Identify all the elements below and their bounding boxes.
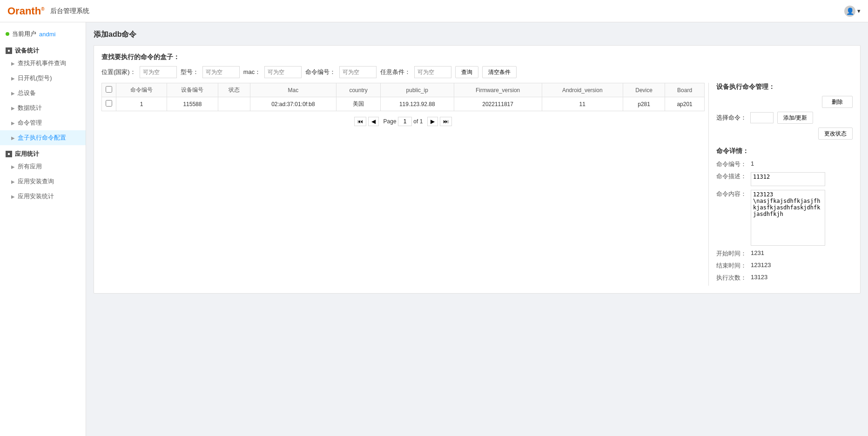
table-area: 命令编号 设备编号 状态 Mac country public_ip Firmw… — [101, 83, 705, 286]
clear-button[interactable]: 清空条件 — [482, 66, 517, 78]
select-cmd-row: 选择命令： 添加/更新 — [716, 112, 853, 124]
next-page-button[interactable]: ▶ — [427, 117, 438, 126]
change-status-button[interactable]: 更改状态 — [818, 127, 853, 140]
first-page-button[interactable]: ⏮ — [354, 117, 366, 126]
model-input[interactable] — [202, 66, 240, 78]
detail-cmd-num-row: 命令编号： 1 — [716, 160, 853, 168]
detail-end-time-row: 结束时间： 123123 — [716, 262, 853, 270]
delete-button[interactable]: 删除 — [822, 96, 853, 108]
row-country: 美国 — [336, 97, 381, 111]
logo: Oranth® — [7, 5, 45, 17]
main-content: 添加adb命令 查找要执行的命令的盒子： 位置(国家)： 型号： mac： 命令… — [86, 22, 868, 436]
col-header-device-num: 设备编号 — [167, 83, 218, 97]
right-panel-title: 设备执行命令管理： — [716, 83, 853, 91]
search-button[interactable]: 查询 — [455, 66, 478, 78]
page-info: Page of 1 — [384, 117, 423, 126]
current-user-row: 当前用户 andmi — [0, 26, 86, 42]
detail-end-time-label: 结束时间： — [716, 262, 749, 270]
arrow-icon: ▶ — [11, 106, 15, 111]
username: andmi — [39, 31, 55, 38]
sidebar-item-cmd-mgmt[interactable]: ▶ 命令管理 — [0, 115, 86, 130]
arrow-icon: ▶ — [11, 135, 15, 141]
arrow-icon: ▶ — [11, 164, 15, 169]
sidebar-item-all-apps[interactable]: ▶ 所有应用 — [0, 159, 86, 174]
main-body: 命令编号 设备编号 状态 Mac country public_ip Firmw… — [101, 83, 853, 286]
arrow-icon: ▶ — [11, 91, 15, 96]
row-device-num: 115588 — [167, 97, 218, 111]
delete-action-row: 删除 — [716, 96, 853, 108]
detail-cmd-content-textarea[interactable]: 123123 \nasjfkajsdhfkjasjfhkjasfkjasdhfa… — [751, 190, 825, 246]
sys-title: 后台管理系统 — [50, 7, 89, 15]
row-checkbox-cell — [102, 97, 116, 111]
col-header-checkbox — [102, 83, 116, 97]
sidebar-item-daily-model[interactable]: ▶ 日开机(型号) — [0, 71, 86, 86]
detail-exec-count-row: 执行次数： 13123 — [716, 274, 853, 282]
row-status — [218, 97, 250, 111]
add-update-button[interactable]: 添加/更新 — [777, 112, 813, 124]
sidebar-item-total-devices[interactable]: ▶ 总设备 — [0, 86, 86, 101]
row-checkbox[interactable] — [106, 100, 112, 107]
location-label: 位置(国家)： — [101, 68, 136, 76]
sidebar-item-box-cmd-config[interactable]: ▶ 盒子执行命令配置 — [0, 130, 86, 145]
row-board: ap201 — [665, 97, 705, 111]
select-all-checkbox[interactable] — [106, 86, 112, 93]
row-mac: 02:ad:37:01:0f:b8 — [250, 97, 336, 111]
row-public-ip: 119.123.92.88 — [380, 97, 454, 111]
of-label: of — [413, 118, 418, 125]
pagination: ⏮ ◀ Page of 1 ▶ ⏭ — [101, 113, 705, 128]
detail-cmd-desc-row: 命令描述： 11312 — [716, 172, 853, 186]
sidebar-item-app-install-query[interactable]: ▶ 应用安装查询 — [0, 174, 86, 189]
col-header-android: Android_version — [542, 83, 623, 97]
col-header-cmd-num: 命令编号 — [116, 83, 167, 97]
col-header-public-ip: public_ip — [380, 83, 454, 97]
content-box: 查找要执行的命令的盒子： 位置(国家)： 型号： mac： 命令编号： 任意条件… — [94, 45, 861, 294]
search-row: 位置(国家)： 型号： mac： 命令编号： 任意条件： 查询 清空条件 — [101, 66, 853, 78]
table-scroll-container[interactable]: 命令编号 设备编号 状态 Mac country public_ip Firmw… — [101, 83, 705, 111]
change-status-row: 更改状态 — [716, 127, 853, 140]
detail-exec-count-value: 13123 — [751, 274, 767, 281]
sidebar-section-apps-label: 应用统计 — [15, 150, 39, 158]
any-condition-label: 任意条件： — [380, 68, 410, 76]
cmd-num-input[interactable] — [339, 66, 377, 78]
current-user-label: 当前用户 — [12, 30, 36, 38]
user-area[interactable]: 👤 ▾ — [844, 6, 861, 17]
any-condition-input[interactable] — [414, 66, 451, 78]
col-header-status: 状态 — [218, 83, 250, 97]
sidebar-item-label: 应用安装查询 — [18, 177, 54, 186]
page-title: 添加adb命令 — [94, 30, 861, 40]
sidebar-item-event-query[interactable]: ▶ 查找开机事件查询 — [0, 56, 86, 71]
location-input[interactable] — [140, 66, 177, 78]
right-panel: 设备执行命令管理： 删除 选择命令： 添加/更新 更改状态 命令详情 — [708, 83, 853, 286]
sidebar-item-label: 应用安装统计 — [18, 192, 54, 201]
detail-cmd-desc-label: 命令描述： — [716, 172, 749, 181]
total-pages: 1 — [420, 118, 423, 125]
last-page-button[interactable]: ⏭ — [440, 117, 452, 126]
detail-cmd-desc-textarea[interactable]: 11312 — [751, 172, 825, 186]
sidebar-section-devices: 设备统计 — [0, 44, 86, 56]
select-cmd-input[interactable] — [750, 112, 774, 123]
grid-icon-1 — [6, 47, 12, 54]
header: Oranth® 后台管理系统 👤 ▾ — [0, 0, 868, 22]
detail-exec-count-label: 执行次数： — [716, 274, 749, 282]
sidebar-item-app-install-stats[interactable]: ▶ 应用安装统计 — [0, 189, 86, 204]
prev-page-button[interactable]: ◀ — [368, 117, 379, 126]
sidebar-item-label: 盒子执行命令配置 — [18, 134, 66, 142]
online-dot — [6, 32, 9, 36]
row-device: p281 — [623, 97, 665, 111]
page-label: Page — [384, 118, 397, 125]
col-header-device: Device — [623, 83, 665, 97]
sidebar-item-data-stats[interactable]: ▶ 数据统计 — [0, 101, 86, 115]
mac-input[interactable] — [264, 66, 302, 78]
sidebar-item-label: 查找开机事件查询 — [18, 59, 66, 67]
detail-cmd-num-value: 1 — [751, 160, 754, 167]
page-input[interactable] — [398, 117, 412, 126]
detail-cmd-content-row: 命令内容： 123123 \nasjfkajsdhfkjasjfhkjasfkj… — [716, 190, 853, 246]
user-chevron: ▾ — [857, 7, 861, 14]
sidebar-section-apps: 应用统计 — [0, 147, 86, 159]
cmd-detail-section: 命令详情： 命令编号： 1 命令描述： 11312 命令内容： 123123 \… — [716, 147, 853, 282]
data-table: 命令编号 设备编号 状态 Mac country public_ip Firmw… — [101, 83, 705, 111]
cmd-detail-title: 命令详情： — [716, 147, 853, 155]
logo-text: Oranth — [7, 5, 41, 17]
arrow-icon: ▶ — [11, 179, 15, 184]
detail-start-time-value: 1231 — [751, 249, 764, 256]
